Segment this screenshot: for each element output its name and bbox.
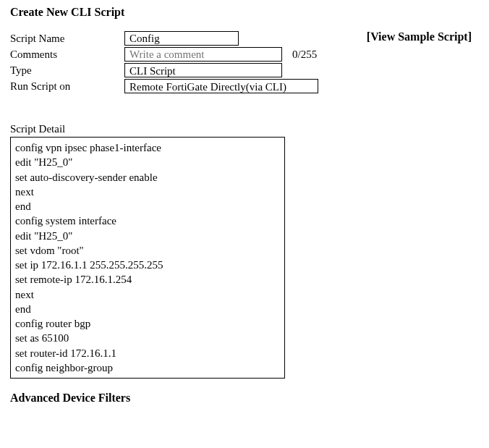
select-run-on[interactable]: Remote FortiGate Directly(via CLI) [124, 79, 318, 93]
page-title: Create New CLI Script [10, 6, 479, 19]
label-run-on: Run Script on [10, 80, 124, 93]
textarea-script-detail[interactable]: config vpn ipsec phase1-interface edit "… [10, 137, 285, 379]
advanced-device-filters-heading: Advanced Device Filters [10, 392, 479, 405]
input-script-name[interactable] [124, 31, 239, 46]
input-comments[interactable] [124, 47, 282, 62]
label-type: Type [10, 64, 124, 77]
label-script-detail: Script Detail [10, 123, 479, 135]
view-sample-script-link[interactable]: [View Sample Script] [367, 30, 472, 43]
form-area: [View Sample Script] Script Name Comment… [10, 30, 479, 94]
label-comments: Comments [10, 48, 124, 61]
select-type[interactable]: CLI Script [124, 63, 282, 77]
label-script-name: Script Name [10, 33, 124, 45]
row-comments: Comments 0/255 [10, 46, 479, 62]
comments-char-count: 0/255 [292, 48, 317, 61]
row-run-on: Run Script on Remote FortiGate Directly(… [10, 78, 479, 94]
row-type: Type CLI Script [10, 62, 479, 78]
